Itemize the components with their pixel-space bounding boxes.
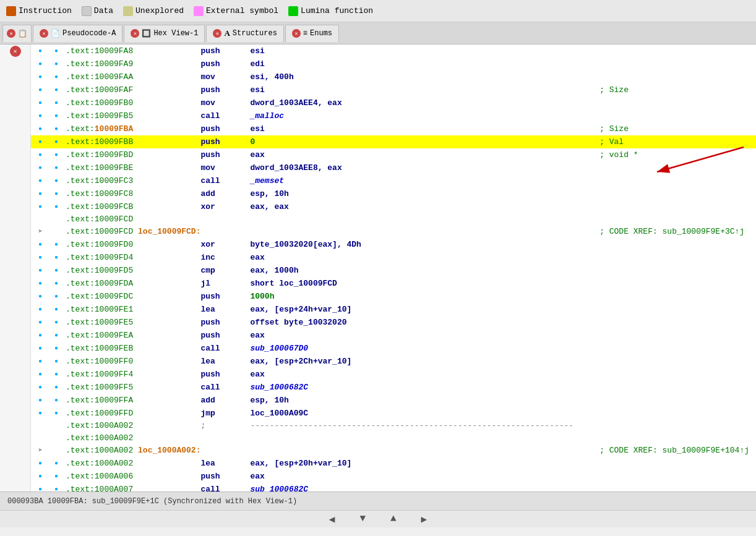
bullet-col: ●	[49, 45, 63, 57]
legend-data-dot	[82, 6, 92, 16]
table-row[interactable]: .text:10009FCD	[31, 213, 756, 226]
bullet-col	[49, 445, 63, 457]
table-row[interactable]: ●●.text:10009FBBpush0; Val	[31, 135, 756, 148]
operands-col: _malloc	[250, 109, 587, 122]
address-col: .text:10009FDA	[63, 277, 200, 290]
nav-down[interactable]: ▼	[359, 513, 366, 525]
code-scroll[interactable]: ●●.text:10009FA8pushesi●●.text:10009FA9p…	[31, 45, 756, 491]
address-col: .text:1000A006	[63, 470, 200, 483]
table-row[interactable]: ●●.text:10009FB5call_malloc	[31, 109, 756, 122]
mnemonic-col: mov	[200, 96, 250, 109]
table-row[interactable]: ●●.text:10009FF0leaeax, [esp+2Ch+var_10]	[31, 355, 756, 368]
table-row[interactable]: ●●.text:10009FBDpusheax; void *	[31, 148, 756, 161]
address-col: .text:1000A002	[63, 432, 200, 445]
table-row[interactable]: ●●.text:10009FAAmovesi, 400h	[31, 70, 756, 83]
legend-external-symbol: External symbol	[194, 6, 278, 16]
table-row[interactable]: ●●.text:10009FBEmovdword_1003AEE8, eax	[31, 161, 756, 174]
table-row[interactable]: ●●.text:10009FB0movdword_1003AEE4, eax	[31, 96, 756, 109]
address-col: .text:1000A007	[63, 483, 200, 491]
table-row[interactable]: ●●.text:10009FD5cmpeax, 1000h	[31, 264, 756, 277]
tab-blank[interactable]: ✕ 📋	[2, 25, 32, 42]
close-pseudocode-tab[interactable]: ✕	[40, 29, 48, 38]
bullet-col: ●	[49, 277, 63, 290]
bullet-col: ●	[49, 148, 63, 161]
bullet-col: ●	[49, 122, 63, 135]
table-row[interactable]: ●●.text:10009FF5callsub_1000682C	[31, 381, 756, 394]
tab-structures[interactable]: ✕ A Structures	[206, 25, 283, 42]
table-row[interactable]: ●●.text:10009FFAaddesp, 10h	[31, 394, 756, 407]
comment-col	[587, 45, 756, 57]
operands-col: dword_1003AEE4, eax	[250, 96, 587, 109]
table-row[interactable]: ●●.text:1000A006pusheax	[31, 470, 756, 483]
address-col: .text:10009FBD	[63, 148, 200, 161]
comment-col	[587, 407, 756, 420]
table-row[interactable]: ●●.text:10009FC3call_memset	[31, 174, 756, 187]
operands-col: esi, 400h	[250, 70, 587, 83]
comment-col: ; void *	[587, 148, 756, 161]
table-row[interactable]: ●●.text:10009FEApusheax	[31, 329, 756, 342]
address-col: .text:10009FAA	[63, 70, 200, 83]
table-row[interactable]: ●●.text:10009FDCpush1000h	[31, 290, 756, 303]
operands-col: sub_1000682C	[250, 483, 587, 491]
close-blank-tab[interactable]: ✕	[7, 29, 15, 38]
structures-tab-label: Structures	[233, 29, 277, 38]
table-row[interactable]: ●●.text:10009FF4pusheax	[31, 368, 756, 381]
mnemonic-col: push	[200, 290, 250, 303]
table-row[interactable]: ➤.text:10009FCD loc_10009FCD:; CODE XREF…	[31, 226, 756, 238]
flow-indicator: ●	[31, 277, 49, 290]
bullet-col: ●	[49, 470, 63, 483]
table-row[interactable]: ●●.text:10009FE5pushoffset byte_10032020	[31, 316, 756, 329]
table-row[interactable]: .text:1000A002;-------------------------…	[31, 420, 756, 432]
operands-col: eax, [esp+24h+var_10]	[250, 303, 587, 316]
flow-indicator: ●	[31, 200, 49, 213]
table-row[interactable]: ●●.text:10009FC8addesp, 10h	[31, 187, 756, 200]
nav-right[interactable]: ▶	[421, 513, 427, 525]
bullet-col	[49, 226, 63, 238]
table-row[interactable]: ●●.text:10009FA9pushedi	[31, 57, 756, 70]
table-row[interactable]: ●●.text:10009FDAjlshort loc_10009FCD	[31, 277, 756, 290]
table-row[interactable]: ●●.text:10009FD4inceax	[31, 251, 756, 264]
mnemonic-col: push	[200, 57, 250, 70]
address-col: .text:10009FE5	[63, 316, 200, 329]
close-hex-view-tab[interactable]: ✕	[131, 29, 139, 38]
table-row[interactable]: ●●.text:10009FD0xorbyte_10032020[eax], 4…	[31, 238, 756, 251]
status-bar: 000093BA 10009FBA: sub_10009F9E+1C (Sync…	[0, 491, 756, 510]
flow-indicator: ●	[31, 342, 49, 355]
comment-col: ; CODE XREF: sub_10009F9E+104↑j	[587, 445, 756, 457]
table-row[interactable]: ➤.text:1000A002 loc_1000A002:; CODE XREF…	[31, 445, 756, 457]
table-row[interactable]: .text:1000A002	[31, 432, 756, 445]
operands-col: short loc_10009FCD	[250, 277, 587, 290]
operands-col: eax	[250, 368, 587, 381]
table-row[interactable]: ●●.text:10009FAFpushesi; Size	[31, 83, 756, 96]
table-row[interactable]: ●●.text:10009FBApushesi; Size	[31, 122, 756, 135]
nav-left[interactable]: ◀	[329, 513, 335, 525]
pseudocode-tab-label: Pseudocode-A	[62, 29, 116, 38]
bullet-col: ●	[49, 251, 63, 264]
operands-col: sub_1000682C	[250, 381, 587, 394]
tab-pseudocode-a[interactable]: ✕ 📄 Pseudocode-A	[33, 25, 122, 42]
tab-enums[interactable]: ✕ ≡ Enums	[285, 25, 339, 42]
mnemonic-col: add	[200, 394, 250, 407]
flow-indicator: ●	[31, 457, 49, 470]
comment-col	[587, 96, 756, 109]
flow-indicator	[31, 432, 49, 445]
table-row[interactable]: ●●.text:1000A007callsub_1000682C	[31, 483, 756, 491]
gutter-close-btn[interactable]: ✕	[10, 46, 21, 57]
table-row[interactable]: ●●.text:10009FCBxoreax, eax	[31, 200, 756, 213]
tab-hex-view[interactable]: ✕ 🔲 Hex View-1	[124, 25, 205, 42]
table-row[interactable]: ●●.text:10009FEBcallsub_100067D0	[31, 342, 756, 355]
flow-indicator: ●	[31, 122, 49, 135]
flow-indicator: ●	[31, 483, 49, 491]
legend-lumina-function: Lumina function	[288, 6, 373, 16]
close-structures-tab[interactable]: ✕	[213, 29, 221, 38]
mnemonic-col: call	[200, 109, 250, 122]
table-row[interactable]: ●●.text:10009FFDjmploc_1000A09C	[31, 407, 756, 420]
nav-up[interactable]: ▲	[390, 513, 397, 525]
table-row[interactable]: ●●.text:10009FE1leaeax, [esp+24h+var_10]	[31, 303, 756, 316]
table-row[interactable]: ●●.text:10009FA8pushesi	[31, 45, 756, 57]
bullet-col: ●	[49, 135, 63, 148]
code-area[interactable]: ●●.text:10009FA8pushesi●●.text:10009FA9p…	[31, 45, 756, 491]
close-enums-tab[interactable]: ✕	[292, 29, 301, 38]
table-row[interactable]: ●●.text:1000A002leaeax, [esp+20h+var_10]	[31, 457, 756, 470]
legend-unexplored-dot	[123, 6, 133, 16]
